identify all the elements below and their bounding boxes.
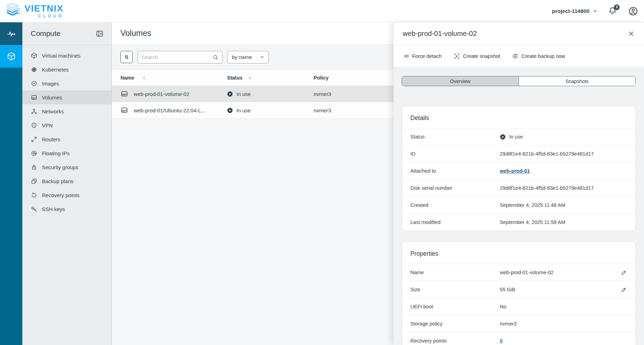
- notification-count-badge: 9: [614, 5, 620, 10]
- pencil-icon: [621, 270, 627, 276]
- create-backup-now-label: Create backup now: [521, 53, 565, 59]
- sidebar-item-label: Floating IPs: [42, 150, 69, 156]
- sidebar-item-recovery-points[interactable]: Recovery points: [22, 188, 111, 202]
- edit-name-button[interactable]: [621, 270, 627, 276]
- drive-icon: [120, 106, 128, 114]
- user-icon[interactable]: [628, 6, 638, 16]
- shield-icon: [31, 122, 37, 129]
- vietnix-logo: VIETNIX CLOUD: [3, 2, 64, 20]
- top-bar: VIETNIX CLOUD project-114800 9: [0, 0, 644, 22]
- create-snapshot-button[interactable]: Create snapshot: [454, 53, 500, 59]
- property-label: UEFI boot: [410, 304, 500, 309]
- search-box: [138, 51, 222, 63]
- sidebar: Compute Virtual machines Kubernetes: [22, 22, 112, 345]
- rail-item-compute[interactable]: [0, 45, 22, 68]
- close-panel-button[interactable]: [628, 30, 635, 37]
- sidebar-menu: Virtual machines Kubernetes Images Volum…: [22, 45, 111, 216]
- create-backup-now-button[interactable]: Create backup now: [512, 53, 565, 59]
- helm-icon: [31, 66, 37, 73]
- play-status-icon: [227, 107, 233, 113]
- disc-icon: [31, 80, 37, 87]
- detail-value: 29d8f1e4-821b-4f5d-83e1-b5279e481d17: [500, 151, 594, 157]
- nodes-icon: [31, 108, 37, 115]
- sidebar-item-label: Kubernetes: [42, 67, 69, 73]
- drive-icon: [120, 90, 128, 98]
- project-selector[interactable]: project-114800: [552, 8, 598, 14]
- sidebar-item-virtual-machines[interactable]: Virtual machines: [22, 48, 111, 62]
- sort-down-icon[interactable]: [247, 75, 253, 80]
- sort-by-value: by name: [232, 54, 252, 60]
- logo-stack-icon: [3, 2, 22, 20]
- logo-title: VIETNIX: [24, 4, 64, 13]
- volume-name: web-prod-01/Ubuntu-22.04-L...: [134, 107, 205, 113]
- panel-body: Overview Snapshots Details Status In use: [394, 67, 644, 345]
- create-snapshot-label: Create snapshot: [463, 53, 500, 59]
- lock-icon: [31, 164, 37, 171]
- details-card: Details Status In use ID 29d8f1e4-821b-4…: [402, 106, 636, 231]
- edit-size-button[interactable]: [621, 287, 627, 293]
- restore-icon: [31, 192, 37, 198]
- cube-icon: [31, 52, 37, 59]
- sidebar-item-kubernetes[interactable]: Kubernetes: [22, 62, 111, 76]
- sidebar-item-images[interactable]: Images: [22, 76, 111, 90]
- sidebar-item-label: Networks: [42, 108, 64, 114]
- sidebar-item-label: Security groups: [42, 164, 78, 170]
- panel-title: web-prod-01-volume-02: [403, 30, 477, 38]
- snapshot-icon: [454, 53, 460, 59]
- tab-overview[interactable]: Overview: [402, 76, 519, 86]
- status-text: In use: [236, 91, 251, 97]
- detail-value: September 4, 2025 11:58 AM: [500, 219, 565, 225]
- property-row-size: Size 55 GiB: [402, 281, 635, 298]
- drive-icon: [31, 94, 37, 101]
- sidebar-item-label: Images: [42, 81, 59, 87]
- force-detach-button[interactable]: Force detach: [403, 53, 442, 59]
- sidebar-item-security-groups[interactable]: Security groups: [22, 160, 111, 174]
- sidebar-item-label: Backup plans: [42, 178, 73, 184]
- route-arrows-icon: [31, 136, 37, 143]
- app-window: VIETNIX CLOUD project-114800 9: [0, 0, 644, 345]
- tab-snapshots[interactable]: Snapshots: [519, 76, 636, 86]
- sidebar-item-label: Recovery points: [42, 192, 80, 198]
- chevron-down-icon: [592, 8, 598, 14]
- force-detach-label: Force detach: [412, 53, 442, 59]
- detail-row-status: Status In use: [402, 128, 635, 145]
- recovery-points-link[interactable]: 0: [500, 338, 503, 344]
- collapse-sidebar-icon[interactable]: [96, 30, 104, 38]
- sidebar-item-networks[interactable]: Networks: [22, 104, 111, 118]
- filter-icon: [123, 54, 130, 60]
- sort-down-icon[interactable]: [141, 75, 147, 80]
- panel-tabs: Overview Snapshots: [402, 76, 636, 86]
- policy-text: nvmer3: [314, 107, 331, 113]
- backup-now-icon: [512, 53, 518, 59]
- detail-row-id: ID 29d8f1e4-821b-4f5d-83e1-b5279e481d17: [402, 145, 635, 162]
- property-row-name: Name web-prod-01-volume-02: [402, 264, 635, 281]
- sidebar-item-volumes[interactable]: Volumes: [22, 90, 111, 104]
- cube-icon: [7, 52, 16, 61]
- property-row-storage-policy: Storage policy nvmer3: [402, 315, 635, 332]
- sidebar-item-label: Routers: [42, 136, 60, 142]
- detail-label: Created: [410, 202, 500, 208]
- attached-to-link[interactable]: web-prod-01: [500, 168, 530, 174]
- sidebar-item-label: Volumes: [42, 95, 62, 100]
- sidebar-item-ssh-keys[interactable]: SSH keys: [22, 202, 111, 216]
- status-text: In use: [236, 107, 251, 113]
- detail-label: Disk serial number: [410, 185, 500, 191]
- panel-action-bar: Force detach Create snapshot Create back…: [394, 45, 644, 67]
- filter-button[interactable]: [120, 51, 133, 63]
- column-header-name[interactable]: Name: [120, 75, 134, 81]
- pencil-icon: [621, 287, 627, 293]
- sidebar-item-vpn[interactable]: VPN: [22, 118, 111, 132]
- notifications-button[interactable]: 9: [608, 6, 618, 16]
- sidebar-item-backup-plans[interactable]: Backup plans: [22, 174, 111, 188]
- sort-by-select[interactable]: by name: [227, 51, 269, 63]
- play-status-icon: [227, 91, 233, 97]
- sidebar-item-routers[interactable]: Routers: [22, 132, 111, 146]
- sidebar-item-floating-ips[interactable]: Floating IPs: [22, 146, 111, 160]
- column-header-policy[interactable]: Policy: [314, 75, 329, 81]
- sidebar-title: Compute: [31, 29, 60, 38]
- column-header-status[interactable]: Status: [227, 75, 242, 81]
- search-input[interactable]: [141, 54, 210, 60]
- detail-row-attached-to: Attached to web-prod-01: [402, 162, 635, 179]
- volume-name: web-prod-01-volume-02: [134, 91, 189, 97]
- rail-item-monitoring[interactable]: [0, 22, 22, 45]
